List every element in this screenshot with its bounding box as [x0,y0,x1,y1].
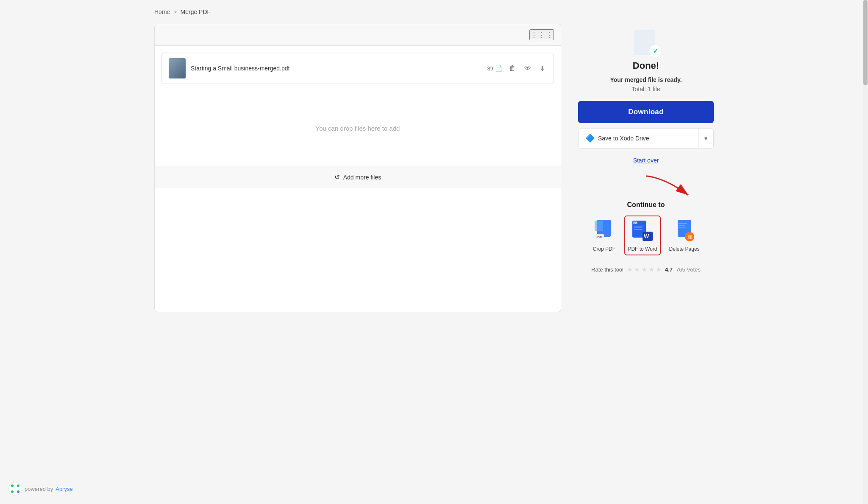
footer: powered by Apryse [8,482,73,496]
pdf-to-word-icon-wrapper: PDF W [631,219,654,243]
breadcrumb-current: Merge PDF [181,8,211,15]
download-button[interactable]: Download [578,101,714,123]
red-arrow [637,174,705,199]
file-name: Starting a Small business-merged.pdf [191,65,482,72]
preview-file-button[interactable]: 👁 [523,63,533,74]
done-subtitle: Your merged file is ready. [610,76,682,83]
start-over-button[interactable]: Start over [633,157,659,164]
panel-header: ⋮⋮⋮ [155,24,561,46]
rate-tool-label: Rate this tool [591,266,623,273]
file-pages: 39 📄 [487,65,502,72]
svg-rect-15 [679,225,685,226]
svg-rect-2 [595,221,603,231]
download-file-button[interactable]: ⬇ [538,63,547,74]
add-more-files-button[interactable]: ↺ Add more files [155,166,561,188]
star-3[interactable]: ★ [641,266,647,274]
save-to-drive-button[interactable]: 🔷 Save to Xodo Drive [579,129,698,148]
crop-pdf-svg: PDF [594,220,614,242]
done-total: Total: 1 file [632,86,660,92]
footer-logo [8,482,22,496]
dot-tr [17,484,19,487]
delete-pages-label: Delete Pages [669,246,700,252]
stars[interactable]: ★ ★ ★ ★ ★ [627,266,662,274]
scrollbar-track[interactable] [863,0,868,504]
file-thumbnail [169,58,186,78]
drop-area: You can drop files here to add [155,91,561,166]
dot-bl [11,490,14,493]
left-panel: ⋮⋮⋮ Starting a Small business-merged.pdf… [154,24,561,312]
pdf-to-word-label: PDF to Word [628,246,657,252]
rating-section: Rate this tool ★ ★ ★ ★ ★ 4.7 765 Votes [591,266,701,274]
delete-file-button[interactable]: 🗑 [507,63,517,74]
done-title: Done! [633,60,659,71]
scrollbar-thumb[interactable] [863,0,868,85]
powered-by-text: powered by [25,486,53,492]
save-to-drive-wrapper: 🔷 Save to Xodo Drive ▾ [578,128,714,148]
svg-text:PDF: PDF [634,221,638,224]
svg-rect-8 [634,226,643,227]
breadcrumb-separator: > [173,8,177,15]
save-dropdown-button[interactable]: ▾ [698,129,713,148]
add-files-icon: ↺ [334,173,340,181]
drive-icon: 🔷 [585,134,595,143]
page-count: 39 [487,65,493,72]
delete-pages-icon-wrapper: 🗑 [673,219,696,243]
dot-tl [11,484,14,487]
footer-dots [11,484,19,493]
apryse-link[interactable]: Apryse [56,486,72,492]
star-1[interactable]: ★ [627,266,633,274]
file-list: Starting a Small business-merged.pdf 39 … [155,46,561,91]
arrow-container [578,174,714,199]
pdf-to-word-svg: PDF W [632,220,654,242]
svg-rect-14 [679,223,687,224]
continue-to-section: Continue to PDF Crop PDF [578,201,714,255]
continue-to-label: Continue to [578,201,714,209]
rating-votes: 765 Votes [676,266,701,273]
file-actions: 🗑 👁 ⬇ [507,63,547,74]
file-thumb-image [169,58,186,78]
svg-rect-16 [679,227,686,228]
crop-pdf-icon-wrapper: PDF [592,219,616,243]
tool-pdf-to-word[interactable]: PDF W PDF to Word [624,216,660,255]
right-panel: ✓ Done! Your merged file is ready. Total… [578,24,714,278]
drop-text: You can drop files here to add [316,125,400,132]
svg-text:PDF: PDF [597,235,603,238]
star-5[interactable]: ★ [656,266,662,274]
svg-text:🗑: 🗑 [687,234,693,240]
dot-br [17,490,19,493]
svg-rect-10 [634,229,643,230]
file-item: Starting a Small business-merged.pdf 39 … [161,53,554,84]
star-4[interactable]: ★ [648,266,654,274]
svg-text:W: W [644,233,649,239]
breadcrumb-home[interactable]: Home [154,8,170,15]
delete-pages-svg: 🗑 [674,220,695,242]
crop-pdf-label: Crop PDF [593,246,615,252]
star-2[interactable]: ★ [634,266,640,274]
grid-view-button[interactable]: ⋮⋮⋮ [529,29,554,40]
page-icon: 📄 [495,65,502,72]
svg-rect-9 [634,227,642,228]
tool-crop-pdf[interactable]: PDF Crop PDF [589,216,619,255]
continue-tools: PDF Crop PDF PDF [578,216,714,255]
check-icon: ✓ [649,45,661,57]
checkmark-symbol: ✓ [653,47,658,55]
done-icon: ✓ [632,28,659,55]
add-files-label: Add more files [343,174,381,181]
rating-value: 4.7 [665,266,673,273]
tool-delete-pages[interactable]: 🗑 Delete Pages [666,216,703,255]
breadcrumb: Home > Merge PDF [154,8,714,15]
save-to-drive-label: Save to Xodo Drive [598,135,649,142]
